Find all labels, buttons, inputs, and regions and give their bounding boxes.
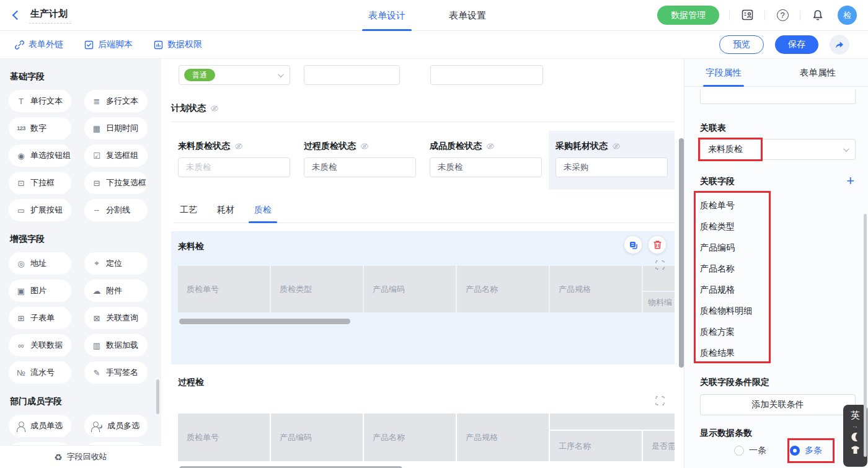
ime-language-indicator[interactable]: 英 [851, 410, 860, 422]
tab-form-props[interactable]: 表单属性 [799, 59, 837, 86]
related-field-item[interactable]: 质检方案 [700, 321, 856, 342]
related-field-item[interactable]: 质检单号 [700, 195, 856, 216]
sidebar-item-serial-number[interactable]: №流水号 [9, 361, 71, 384]
related-field-item[interactable]: 产品规格 [700, 279, 856, 300]
sidebar-item-radio-group[interactable]: ◉单选按钮组 [9, 144, 71, 167]
tab-form-settings[interactable]: 表单设置 [446, 0, 489, 31]
share-icon [835, 40, 844, 49]
related-table-select[interactable]: 来料质检 [700, 139, 856, 160]
related-table-label: 关联表 [700, 121, 856, 134]
sidebar-item-checkbox-group[interactable]: ☑复选框组 [84, 144, 148, 167]
field-purchase-material-status[interactable]: 采购耗材状态 未采购 [549, 131, 675, 190]
delete-button[interactable] [649, 236, 666, 254]
data-manage-button[interactable]: 数据管理 [657, 6, 719, 25]
sidebar-item-member-multi[interactable]: 成员多选 [84, 415, 148, 437]
sidebar-item-single-text[interactable]: T单行文本 [9, 90, 71, 112]
ime-punctuation-indicator[interactable]: ., [853, 422, 857, 428]
sidebar-item-location[interactable]: ⌖定位 [84, 252, 148, 275]
partial-input[interactable] [700, 90, 856, 104]
field-incoming-qc-status[interactable]: 来料质检状态 未质检 [171, 131, 297, 190]
status-input[interactable]: 未质检 [304, 157, 416, 177]
field-recycle-bin[interactable]: ♻ 字段回收站 [0, 445, 161, 468]
field-process-qc-status[interactable]: 过程质检状态 未质检 [297, 131, 423, 190]
related-field-item[interactable]: 质检物料明细 [700, 300, 856, 321]
tab-field-props[interactable]: 字段属性 [704, 59, 743, 86]
incoming-inspection-panel[interactable]: 来料检 质检单号 质检类型 产品编码 产品名称 [171, 231, 675, 364]
canvas-tabs: 工艺 耗材 质检 [174, 205, 675, 223]
chart-icon: ▥ [92, 341, 102, 350]
sidebar-item-member-single[interactable]: 成员单选 [9, 415, 71, 437]
tab-material[interactable]: 耗材 [211, 205, 240, 223]
multiselect-icon: ⊟ [92, 179, 102, 188]
sidebar-item-image[interactable]: ▣图片 [9, 280, 71, 302]
sidebar-item-attachment[interactable]: ☁附件 [84, 280, 148, 302]
priority-select[interactable]: 普通 [179, 65, 290, 85]
sidebar-item-signature[interactable]: ✎手写签名 [84, 361, 148, 384]
panel-actions [624, 236, 666, 254]
related-field-item[interactable]: 质检类型 [700, 216, 856, 237]
group-header [550, 413, 675, 430]
sidebar-item-number[interactable]: 123数字 [9, 117, 71, 139]
add-field-icon[interactable]: + [846, 175, 856, 187]
canvas-vertical-scrollbar[interactable] [679, 138, 684, 368]
resize-handle-icon[interactable] [655, 396, 665, 408]
radio-single[interactable]: 一条 [734, 445, 766, 456]
status-input[interactable]: 未质检 [178, 157, 290, 177]
grouped-column: 工序名称 是否需 [550, 413, 675, 461]
sidebar-item-related-data[interactable]: ∞关联数据 [9, 334, 71, 356]
tab-form-design[interactable]: 表单设计 [366, 0, 408, 31]
contacts-icon[interactable] [740, 8, 755, 23]
share-button[interactable] [830, 35, 849, 55]
resize-handle-icon[interactable] [655, 260, 665, 272]
radio-multiple[interactable]: 多条 [790, 445, 822, 456]
plan-status-field[interactable]: 计划状态 [171, 103, 675, 122]
column-header: 质检类型 [271, 266, 363, 312]
status-fields-row: 来料质检状态 未质检 过程质检状态 未质检 成品质检状态 未质检 采购耗材状态 … [171, 131, 675, 190]
add-condition-button[interactable]: 添加关联条件 [700, 394, 856, 415]
related-field-item[interactable]: 产品编码 [700, 237, 856, 258]
sidebar-item-related-query[interactable]: ⊠关联查询 [84, 307, 148, 329]
data-permission-link[interactable]: 数据权限 [154, 39, 202, 50]
avatar[interactable]: 检 [838, 6, 857, 25]
trash-icon [653, 240, 662, 250]
related-field-item[interactable]: 产品名称 [700, 258, 856, 279]
sidebar-item-select[interactable]: ⊡下拉框 [9, 172, 71, 194]
copy-button[interactable] [624, 236, 642, 254]
sidebar-item-extend-button[interactable]: ▭扩展按钮 [9, 199, 71, 221]
radio-icon: ◉ [16, 151, 26, 161]
header-tabs: 表单设计 表单设置 [366, 0, 489, 31]
sidebar-item-datetime[interactable]: ▦日期时间 [84, 117, 148, 139]
sidebar-item-multi-text[interactable]: ≣多行文本 [84, 90, 148, 112]
status-input[interactable]: 未质检 [430, 157, 542, 177]
backend-script-link[interactable]: 后端脚本 [84, 39, 133, 50]
horizontal-scrollbar[interactable] [179, 319, 350, 324]
divider [800, 11, 800, 20]
empty-input[interactable] [304, 65, 400, 85]
sidebar-item-data-load[interactable]: ▥数据加载 [84, 334, 148, 356]
field-finished-qc-status[interactable]: 成品质检状态 未质检 [423, 131, 549, 190]
props-vertical-scrollbar[interactable] [864, 214, 867, 457]
help-icon[interactable]: ? [775, 8, 790, 23]
preview-button[interactable]: 预览 [719, 35, 764, 54]
tab-quality[interactable]: 质检 [249, 205, 277, 223]
save-button[interactable]: 保存 [775, 35, 818, 54]
process-inspection-section[interactable]: 过程检 质检单号 产品编码 产品名称 产品规格 工序名称 是否需 [171, 377, 675, 468]
form-external-link[interactable]: 表单外链 [15, 39, 63, 50]
sidebar-scrollbar[interactable] [156, 379, 159, 414]
tab-craft[interactable]: 工艺 [174, 205, 203, 223]
shirt-skin-icon[interactable] [850, 446, 861, 455]
divider-icon: ╌ [92, 206, 102, 215]
serial-icon: № [16, 368, 26, 377]
bell-icon[interactable] [810, 8, 825, 23]
process-table-header: 质检单号 产品编码 产品名称 产品规格 工序名称 是否需 [178, 413, 675, 461]
sidebar-item-multi-select[interactable]: ⊟下拉复选框 [84, 172, 148, 194]
moon-icon[interactable] [851, 432, 861, 442]
status-input[interactable]: 未采购 [556, 157, 668, 177]
subform-icon: ⊞ [16, 314, 26, 323]
related-field-item[interactable]: 质检结果 [700, 342, 856, 363]
sidebar-item-subform[interactable]: ⊞子表单 [9, 307, 71, 329]
sidebar-item-divider[interactable]: ╌分割线 [84, 199, 148, 221]
empty-input[interactable] [430, 65, 543, 85]
back-icon[interactable] [12, 11, 22, 20]
sidebar-item-address[interactable]: ◎地址 [9, 252, 71, 275]
